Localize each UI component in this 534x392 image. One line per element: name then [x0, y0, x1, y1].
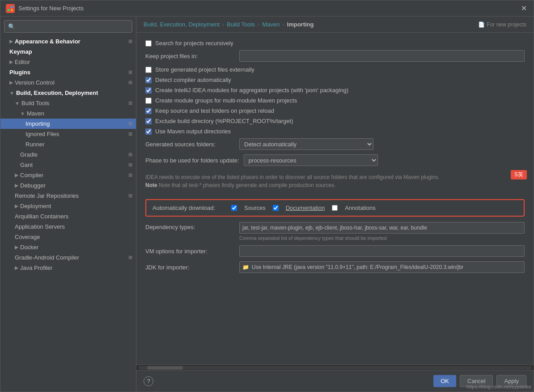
sidebar-item-appearance[interactable]: ▶ Appearance & Behavior ⊞ [0, 36, 136, 47]
auto-download-section: Automatically download: Sources Document… [145, 199, 525, 217]
sidebar-item-plugins[interactable]: Plugins ⊞ [0, 67, 136, 77]
close-button[interactable]: ✕ [519, 4, 528, 13]
sidebar-item-importing[interactable]: Importing ⊞ [0, 119, 136, 129]
create-modules-checkbox[interactable] [145, 87, 152, 94]
sidebar-item-label: Remote Jar Repositories [15, 192, 79, 199]
note-label: Note [145, 182, 159, 188]
sidebar-item-label: Deployment [20, 203, 51, 209]
breadcrumb-importing: Importing [287, 21, 314, 28]
generated-sources-row: Generated sources folders: Detect automa… [145, 138, 525, 150]
exclude-build-checkbox[interactable] [145, 118, 152, 124]
sidebar-item-label: Debugger [20, 182, 46, 189]
sidebar-item-ignored-files[interactable]: Ignored Files ⊞ [0, 129, 136, 139]
sidebar-item-label: Gradle-Android Compiler [15, 254, 79, 261]
jdk-label: JDK for importer: [145, 264, 235, 271]
sources-label[interactable]: Sources [244, 205, 266, 211]
sidebar-item-compiler[interactable]: ▶ Compiler ⊞ [0, 170, 136, 180]
copy-icon: ⊞ [128, 80, 132, 85]
use-maven-output-label[interactable]: Use Maven output directories [155, 128, 231, 135]
sidebar-item-build-tools[interactable]: ▼ Build Tools ⊞ [0, 98, 136, 108]
store-external-row: Store generated project files externally [145, 66, 525, 73]
detect-compiler-checkbox[interactable] [145, 77, 152, 83]
use-maven-output-row: Use Maven output directories [145, 128, 525, 135]
breadcrumb-sep3: › [282, 21, 284, 28]
search-recursively-label[interactable]: Search for projects recursively [155, 40, 233, 47]
breadcrumb-build-tools[interactable]: Build Tools [227, 21, 255, 28]
search-recursively-checkbox[interactable] [145, 40, 152, 47]
generated-sources-select[interactable]: Detect automatically Each generated sour… [239, 138, 373, 150]
sidebar-item-deployment[interactable]: ▶ Deployment [0, 201, 136, 211]
annotations-label[interactable]: Annotations [345, 205, 376, 211]
detect-compiler-label[interactable]: Detect compiler automatically [155, 77, 231, 83]
sidebar-item-arquillian[interactable]: Arquillian Containers [0, 211, 136, 222]
sidebar-item-remote-jar[interactable]: Remote Jar Repositories ⊞ [0, 191, 136, 201]
sidebar-item-label: Runner [25, 141, 45, 148]
create-groups-checkbox[interactable] [145, 98, 152, 104]
info-text-main: IDEA needs to execute one of the listed … [145, 174, 440, 180]
keep-folders-label[interactable]: Keep source and test folders on project … [155, 107, 274, 114]
store-external-checkbox[interactable] [145, 67, 152, 73]
create-modules-label[interactable]: Create IntelliJ IDEA modules for aggrega… [155, 87, 348, 94]
phase-select[interactable]: process-resources generate-sources gener… [244, 154, 378, 166]
info-text: IDEA needs to execute one of the listed … [145, 170, 525, 194]
documentation-checkbox[interactable] [273, 205, 279, 211]
sidebar-item-label: Build, Execution, Deployment [16, 89, 98, 96]
sidebar-item-gant[interactable]: Gant ⊞ [0, 160, 136, 170]
sidebar-item-label: Arquillian Containers [15, 213, 68, 220]
scroll-track [138, 366, 532, 370]
sidebar-item-java-profiler[interactable]: ▶ Java Profiler [0, 263, 136, 273]
collapse-arrow: ▶ [9, 59, 13, 65]
scroll-thumb[interactable] [147, 366, 183, 370]
help-button[interactable]: ? [144, 376, 153, 386]
sidebar-item-gradle-android[interactable]: Gradle-Android Compiler ⊞ [0, 252, 136, 263]
search-box[interactable]: 🔍 [4, 20, 132, 33]
sidebar-item-debugger[interactable]: ▶ Debugger [0, 180, 136, 191]
svg-rect-2 [8, 9, 10, 11]
store-external-label[interactable]: Store generated project files externally [155, 66, 254, 73]
sources-checkbox[interactable] [231, 205, 237, 211]
sidebar-item-gradle[interactable]: Gradle ⊞ [0, 149, 136, 160]
for-new-projects: For new projects [487, 21, 526, 28]
keep-folders-row: Keep source and test folders on project … [145, 107, 525, 114]
sidebar-item-label: Gradle [20, 151, 38, 158]
keep-folders-checkbox[interactable] [145, 108, 152, 114]
ok-button[interactable]: OK [433, 375, 456, 387]
keep-files-label: Keep project files in: [145, 53, 235, 60]
create-modules-row: Create IntelliJ IDEA modules for aggrega… [145, 87, 525, 94]
documentation-label[interactable]: Documentation [286, 205, 325, 211]
sidebar-item-runner[interactable]: Runner [0, 139, 136, 149]
collapse-arrow: ▶ [9, 80, 13, 85]
sidebar-item-label: Docker [20, 244, 38, 251]
sidebar-item-editor[interactable]: ▶ Editor [0, 57, 136, 67]
sidebar-item-keymap[interactable]: Keymap [0, 47, 136, 57]
breadcrumb-maven[interactable]: Maven [262, 21, 280, 28]
sidebar-item-label: Editor [15, 59, 30, 65]
jdk-icon: 📁 [242, 264, 249, 270]
svg-rect-3 [11, 9, 13, 11]
vm-options-input[interactable] [239, 245, 525, 257]
watermark-label: S英 [514, 171, 523, 178]
keep-files-input[interactable] [239, 50, 525, 62]
sidebar-item-maven[interactable]: ▼ Maven [0, 108, 136, 119]
watermark-url: https://blog.csdn.net/zyplanke [466, 384, 534, 389]
note-text: Note that all test-* phases firstly gene… [159, 182, 336, 188]
meta-icon: 📄 [478, 21, 485, 28]
search-input[interactable] [17, 23, 128, 30]
create-groups-row: Create module groups for multi-module Ma… [145, 97, 525, 104]
dependency-input[interactable] [239, 222, 525, 234]
sidebar-item-build-exec[interactable]: ▼ Build, Execution, Deployment [0, 88, 136, 98]
generated-sources-label: Generated sources folders: [145, 141, 235, 148]
settings-panel: Search for projects recursively Keep pro… [136, 33, 534, 365]
breadcrumb-build-exec[interactable]: Build, Execution, Deployment [144, 21, 220, 28]
sidebar-item-app-servers[interactable]: Application Servers [0, 222, 136, 232]
jdk-value[interactable]: 📁 Use Internal JRE (java version "11.0.9… [239, 261, 525, 273]
horizontal-scrollbar[interactable] [136, 365, 534, 370]
auto-download-label: Automatically download: [153, 205, 224, 211]
sidebar-item-coverage[interactable]: Coverage [0, 232, 136, 242]
annotations-checkbox[interactable] [332, 205, 338, 211]
use-maven-output-checkbox[interactable] [145, 128, 152, 135]
sidebar-item-version-control[interactable]: ▶ Version Control ⊞ [0, 77, 136, 88]
create-groups-label[interactable]: Create module groups for multi-module Ma… [155, 97, 297, 104]
exclude-build-label[interactable]: Exclude build directory (%PROJECT_ROOT%/… [155, 118, 293, 124]
sidebar-item-docker[interactable]: ▶ Docker [0, 242, 136, 252]
